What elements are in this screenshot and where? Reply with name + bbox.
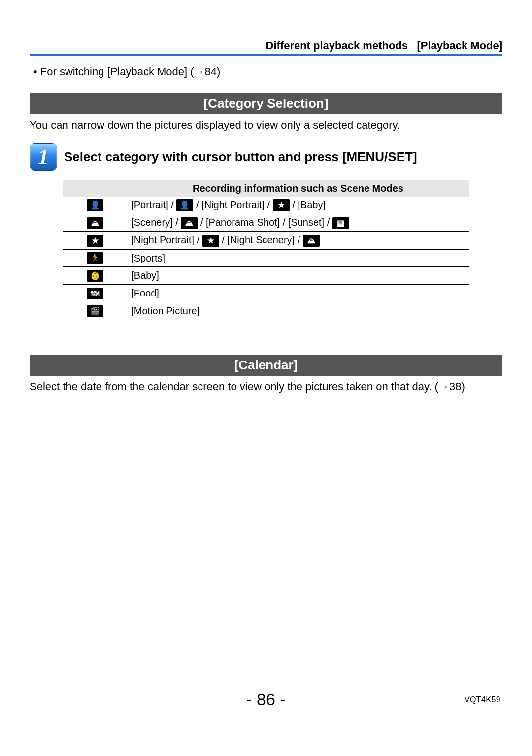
step-1-row: 1 Select category with cursor button and… [30,143,502,171]
portrait-icon: 👤 [87,199,103,211]
table-header-icon-col [63,180,127,197]
category-table: Recording information such as Scene Mode… [63,180,469,320]
calendar-desc: Select the date from the calendar screen… [30,380,502,394]
motion-picture-icon: 🎬 [87,305,103,317]
sports-icon: 🏃 [87,252,103,264]
table-row: 🎬[Motion Picture] [63,302,469,320]
scenery-icon: ⛰ [87,217,103,229]
category-icon-cell: 👤 [63,197,127,214]
category-icon-cell: ⛰ [63,214,127,232]
header-left: Different playback methods [266,39,408,52]
category-text: / [Baby] [290,199,326,210]
table-row: 🍽[Food] [63,285,469,302]
star-portrait-icon: ★ [273,199,290,211]
switch-playback-note: • For switching [Playback Mode] (→84) [33,66,502,78]
category-text-cell: [Scenery] / ⛰ / [Panorama Shot] / [Sunse… [127,214,469,232]
category-text: [Night Portrait] / [131,234,202,245]
header-rule [30,54,502,56]
page-number: - 86 - [0,690,532,709]
glass-icon: ▦ [332,217,349,229]
table-row: 👶[Baby] [63,267,469,285]
section-bar-category-selection: [Category Selection] [30,93,502,114]
portrait-glow-icon: 👤 [176,199,193,211]
category-text-cell: [Night Portrait] / ★ / [Night Scenery] /… [127,232,469,250]
category-text: [Portrait] / [131,199,176,210]
baby-icon: 👶 [87,270,103,282]
table-header-text: Recording information such as Scene Mode… [127,180,469,197]
night-portrait-inline-icon: ★ [202,235,219,247]
scenery-inline-icon: ⛰ [181,217,198,229]
category-text-cell: [Motion Picture] [127,302,469,320]
category-text: [Baby] [131,270,159,281]
header-right: [Playback Mode] [417,39,502,52]
night-portrait-icon: ★ [87,235,103,247]
step-1-badge-icon: 1 [30,143,57,171]
category-text: / [Night Portrait] / [193,199,272,210]
table-row: 🏃[Sports] [63,249,469,267]
category-text: / [Night Scenery] / [219,234,303,245]
step-1-title: Select category with cursor button and p… [64,149,417,164]
food-icon: 🍽 [87,288,103,299]
night-scenery-icon: ⛰ [303,235,320,247]
table-row: 👤[Portrait] / 👤 / [Night Portrait] / ★ /… [63,197,469,214]
doc-id: VQT4K59 [465,695,500,704]
category-text: [Sports] [131,253,165,263]
category-icon-cell: 🎬 [63,302,127,320]
category-text-cell: [Food] [127,285,469,302]
page-header: Different playback methods [Playback Mod… [30,39,502,52]
category-text-cell: [Sports] [127,249,469,267]
section-bar-calendar: [Calendar] [30,355,502,376]
category-text: [Motion Picture] [131,305,200,316]
category-text: / [Panorama Shot] / [Sunset] / [198,217,332,228]
table-row: ⛰[Scenery] / ⛰ / [Panorama Shot] / [Suns… [63,214,469,232]
category-text-cell: [Portrait] / 👤 / [Night Portrait] / ★ / … [127,197,469,214]
table-row: ★[Night Portrait] / ★ / [Night Scenery] … [63,232,469,250]
category-text-cell: [Baby] [127,267,469,285]
category-icon-cell: 🍽 [63,285,127,302]
category-icon-cell: 👶 [63,267,127,285]
category-text: [Food] [131,288,159,298]
category-icon-cell: ★ [63,232,127,250]
category-selection-desc: You can narrow down the pictures display… [30,118,502,132]
category-text: [Scenery] / [131,217,181,228]
category-icon-cell: 🏃 [63,249,127,267]
